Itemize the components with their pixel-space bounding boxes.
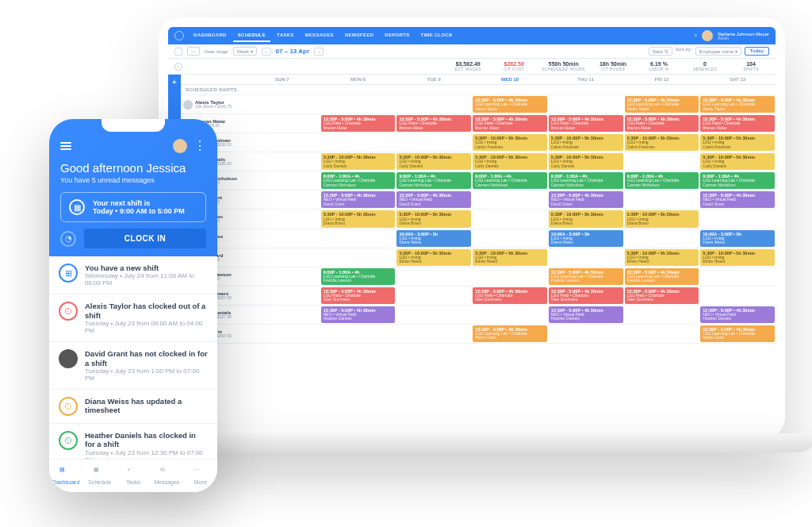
schedule-cell[interactable]: 12:30P - 5:00P • 4h 30minLGU Field • Cha… [472,114,548,133]
range-type-select[interactable]: Week ▾ [233,47,257,56]
schedule-cell[interactable] [320,325,396,343]
schedule-cell[interactable] [396,325,472,343]
schedule-cell[interactable]: 12:30P - 5:00P • 4h 30minLGU Learning La… [624,95,700,113]
schedule-cell[interactable]: 12:30P - 5:00P • 4h 30minLGU Field • Cha… [320,114,396,133]
schedule-cell[interactable]: 12:30P - 5:00P • 4h 30minLGU Field • Cha… [472,287,548,305]
schedule-cell[interactable]: 12:30P - 5:00P • 4h 30minNEO • Virtual F… [699,306,776,324]
shift-block[interactable]: 12:30P - 5:00P • 4h 30minLGU Learning La… [625,268,699,285]
schedule-cell[interactable]: 9:00P - 1:00A • 4hLGU Learning Lab • Cha… [320,267,396,286]
employee-cell[interactable]: Alexis Taylor13h 30min • $141.75 [181,95,244,113]
shift-block[interactable]: 12:30P - 5:00P • 4h 30minLGU Learning La… [700,96,775,113]
nav-tab-tasks[interactable]: TASKS [272,29,298,42]
schedule-cell[interactable] [244,248,320,267]
schedule-cell[interactable] [699,210,776,228]
shift-block[interactable]: 5:30P - 10:00P • 5h 30minLGU • IrvingDia… [321,210,396,227]
prev-range-button[interactable]: ‹ [262,48,271,56]
date-range-value[interactable]: 07 – 13 Apr [276,48,309,55]
shift-block[interactable]: 12:30P - 5:00P • 4h 30minLGU Field • Cha… [396,115,471,132]
schedule-cell[interactable]: 5:30P - 10:00P • 5h 30minLGU • IrvingCal… [624,133,700,152]
clock-in-button[interactable]: CLOCK IN [84,229,206,248]
schedule-cell[interactable] [244,210,320,228]
day-header[interactable]: SAT 13 [699,75,776,84]
shift-block[interactable]: 12:30P - 5:00P • 4h 30minLGU Learning La… [549,268,623,285]
schedule-cell[interactable]: 5:30P - 10:00P • 5h 30minLGU • IrvingCal… [699,133,776,152]
shift-block[interactable]: 12:30P - 5:00P • 4h 30minLGU Field • Cha… [321,287,396,304]
schedule-cell[interactable] [244,171,320,190]
schedule-cell[interactable]: 12:30P - 5:00P • 4h 30minLGU Field • Cha… [396,114,472,133]
schedule-cell[interactable]: 5:30P - 10:00P • 5h 30minLGU • IrvingCar… [548,152,624,171]
schedule-cell[interactable]: 9:00P - 1:00A • 4hLGU Learning Lab • Cha… [548,171,624,190]
schedule-cell[interactable]: 5:30P - 10:00P • 5h 30minLGU • IrvingCar… [396,152,472,171]
schedule-cell[interactable]: 12:30P - 5:00P • 4h 30minLGU Field • Cha… [548,287,624,305]
schedule-cell[interactable]: 5:30P - 10:00P • 5h 30minLGU • IrvingCal… [472,133,548,152]
schedule-cell[interactable] [396,133,472,152]
shift-block[interactable]: 12:30P - 5:00P • 4h 30minLGU Field • Cha… [625,115,699,132]
schedule-cell[interactable]: 9:00P - 1:00A • 4hLGU Learning Lab • Cha… [699,171,776,190]
schedule-cell[interactable]: 12:30P - 5:00P • 4h 30minNEO • Virtual F… [396,190,472,209]
user-avatar[interactable] [702,30,713,41]
schedule-cell[interactable] [624,152,700,171]
schedule-cell[interactable] [244,114,320,133]
schedule-cell[interactable] [472,210,548,228]
shift-block[interactable]: 9:00P - 1:00A • 4hLGU Learning Lab • Cha… [321,268,396,285]
today-button[interactable]: Today [745,47,769,56]
schedule-cell[interactable]: 5:30P - 10:00P • 5h 30minLGU • IrvingEth… [472,248,548,267]
shift-block[interactable]: 5:30P - 10:00P • 5h 30minLGU • IrvingCar… [473,153,547,170]
schedule-cell[interactable] [244,325,320,343]
nav-tab-schedule[interactable]: SCHEDULE [233,29,270,42]
schedule-cell[interactable] [472,306,548,324]
shift-block[interactable]: 5:30P - 10:00P • 5h 30minLGU • IrvingCal… [700,134,775,151]
schedule-cell[interactable]: 12:30P - 5:00P • 4h 30minNEO • Virtual F… [548,190,624,209]
shift-block[interactable]: 10:00A - 3:00P • 5hLGU • IrvingDiana Wei… [549,230,623,247]
day-header[interactable]: FRI 12 [624,75,700,84]
schedule-cell[interactable] [624,306,700,324]
select-all-checkbox[interactable] [174,48,182,56]
shift-block[interactable]: 12:30P - 5:00P • 4h 30minLGU Learning La… [700,325,775,342]
shift-block[interactable]: 12:30P - 5:00P • 4h 30minNEO • Virtual F… [700,191,775,208]
more-icon[interactable]: ⋮ [193,138,206,153]
toolbar-menu[interactable]: ⋯ [187,47,200,56]
schedule-cell[interactable]: 12:30P - 5:00P • 4h 30minNEO • Virtual F… [699,190,776,209]
schedule-cell[interactable]: 5:30P - 10:00P • 5h 30minLGU • IrvingDia… [548,210,624,228]
schedule-cell[interactable] [244,267,320,286]
schedule-cell[interactable] [699,267,776,286]
schedule-cell[interactable]: 5:30P - 10:00P • 5h 30minLGU • IrvingEth… [396,248,472,267]
shift-block[interactable]: 9:00P - 1:00A • 4hLGU Learning Lab • Cha… [321,172,396,189]
feed-item[interactable]: ⏲Diana Weiss has updated a timesheet [49,390,217,424]
schedule-cell[interactable] [624,325,700,343]
shift-block[interactable]: 9:00P - 1:00A • 4hLGU Learning Lab • Cha… [396,172,471,189]
schedule-cell[interactable]: 5:30P - 10:00P • 5h 30minLGU • IrvingDia… [396,210,472,228]
shift-block[interactable]: 12:30P - 5:00P • 4h 30minNEO • Virtual F… [321,191,396,208]
next-shift-card[interactable]: ▦ Your next shift is Today • 9:00 AM to … [60,192,206,222]
feed-item[interactable]: ⊞You have a new shiftWednesday • July 24… [49,256,217,294]
schedule-cell[interactable]: 12:30P - 5:00P • 4h 30minLGU Field • Cha… [624,287,700,305]
shift-block[interactable]: 5:30P - 10:00P • 5h 30minLGU • IrvingEth… [473,249,547,266]
schedule-cell[interactable]: 12:30P - 5:00P • 4h 30minLGU Learning La… [472,95,548,113]
schedule-cell[interactable] [396,267,472,286]
shift-block[interactable]: 5:30P - 10:00P • 5h 30minLGU • IrvingDia… [396,210,471,227]
schedule-cell[interactable] [320,229,396,248]
schedule-cell[interactable]: 9:00P - 1:00A • 4hLGU Learning Lab • Cha… [396,171,472,190]
day-header[interactable]: SUN 7 [244,75,320,84]
shift-block[interactable]: 12:30P - 5:00P • 4h 30minLGU Learning La… [473,96,547,113]
schedule-cell[interactable]: 5:30P - 10:00P • 5h 30minLGU • IrvingCar… [472,152,548,171]
shift-block[interactable]: 12:30P - 5:00P • 4h 30minNEO • Virtual F… [700,306,775,323]
feed-item[interactable]: David Grant has not clocked in for a shi… [49,342,217,390]
tab-dashboard[interactable]: ▤Dashboard [49,460,82,492]
stats-toggle[interactable]: Stats ⇅ [649,47,672,56]
help-icon[interactable]: ? [695,33,697,38]
shift-block[interactable]: 12:30P - 5:00P • 4h 30minLGU Field • Cha… [321,115,396,132]
schedule-cell[interactable]: 12:30P - 5:00P • 4h 30minLGU Learning La… [699,325,776,343]
shift-block[interactable]: 10:00A - 3:00P • 5hLGU • IrvingDiana Wei… [700,230,775,247]
schedule-cell[interactable] [699,287,776,305]
shift-block[interactable]: 5:30P - 10:00P • 5h 30minLGU • IrvingEth… [625,249,699,266]
tab-messages[interactable]: ✉Messages [150,460,183,492]
schedule-cell[interactable] [396,95,472,113]
nav-tab-messages[interactable]: MESSAGES [301,29,339,42]
mobile-avatar[interactable] [173,139,187,153]
schedule-cell[interactable]: 12:30P - 5:00P • 4h 30minNEO • Virtual F… [320,190,396,209]
schedule-cell[interactable]: 5:30P - 10:00P • 5h 30minLGU • IrvingDia… [320,210,396,228]
shift-block[interactable]: 5:30P - 10:00P • 5h 30minLGU • IrvingDia… [625,210,699,227]
schedule-cell[interactable]: 12:30P - 5:00P • 4h 30minLGU Learning La… [472,325,548,343]
schedule-cell[interactable] [396,287,472,305]
